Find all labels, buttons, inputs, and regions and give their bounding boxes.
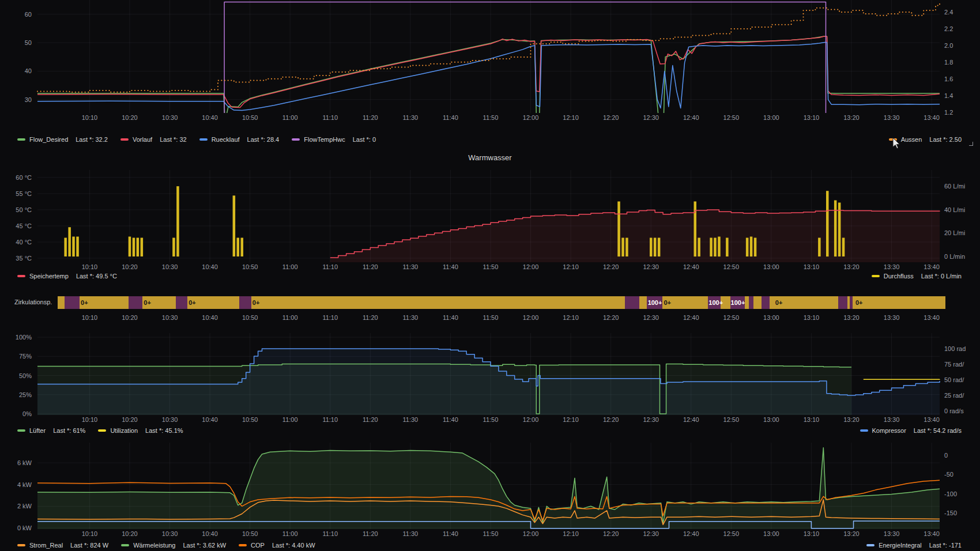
x-tick-label-zirkulation: 11:40 [436,314,464,321]
x-tick-label-heizkreis: 12:50 [717,114,745,121]
x-tick-label-heizkreis: 12:40 [677,114,705,121]
state-segment-alt[interactable] [176,296,187,309]
legend-last-value: Last *: 28.4 [247,136,280,143]
legend-swatch [199,138,208,141]
y-axis-label-left-warmwasser: 55 °C [0,190,32,198]
legend-warmwasser-right: DurchflussLast *: 0 L/min [872,273,962,280]
y-axis-label-left-warmwasser: 45 °C [0,222,32,230]
y-axis-label-right-warmwasser: 0 L/min [944,252,965,261]
state-segment-alt[interactable] [625,296,639,309]
y-axis-label-left-percent: 25% [0,391,32,399]
legend-item-w-rmeleistung[interactable]: WärmeleistungLast *: 3.62 kW [121,542,226,549]
x-tick-label-power: 12:50 [717,530,745,537]
x-tick-label-power: 11:40 [436,530,464,537]
chart-percent[interactable] [0,333,980,415]
x-tick-label-zirkulation: 12:30 [637,314,665,321]
legend-series-name: Lüfter [29,427,46,434]
legend-item-speichertemp[interactable]: SpeichertempLast *: 49.5 °C [17,273,117,280]
x-tick-label-percent: 13:00 [757,416,785,423]
x-tick-label-heizkreis: 11:10 [316,114,344,121]
legend-last-value: Last *: 32 [160,136,186,143]
legend-series-name: Flow_Desired [29,136,68,143]
legend-series-name: FlowTempHwc [304,136,345,143]
state-segment-alt[interactable] [762,296,770,309]
x-tick-label-warmwasser: 11:50 [477,263,504,270]
panel-resize-handle-icon[interactable] [969,142,973,146]
y-axis-label-left-warmwasser: 40 °C [0,238,32,246]
state-segment-alt[interactable] [65,296,80,309]
x-tick-label-warmwasser: 12:30 [637,263,665,270]
legend-swatch [17,429,25,432]
x-tick-label-warmwasser: 11:30 [397,263,424,270]
y-axis-label-left-power: 4 kW [0,481,32,489]
legend-item-energieintegral[interactable]: EnergieIntegralLast *: -171 [866,542,962,549]
legend-series-name: Vorlauf [133,136,152,143]
x-tick-label-zirkulation: 10:30 [156,314,184,321]
legend-series-name: Aussen [901,136,922,143]
legend-last-value: Last *: -171 [929,542,962,549]
chart-warmwasser[interactable] [0,170,980,262]
x-tick-label-power: 10:10 [76,530,103,537]
x-tick-label-zirkulation: 12:10 [557,314,585,321]
y-axis-label-left-percent: 75% [0,352,32,360]
y-axis-label-left-warmwasser: 50 °C [0,206,32,214]
legend-item-vorlauf[interactable]: VorlaufLast *: 32 [120,136,187,143]
x-tick-label-warmwasser: 13:10 [797,263,825,270]
legend-swatch [98,429,106,432]
legend-item-cop[interactable]: COPLast *: 4.40 kW [239,542,315,549]
legend-item-l-fter[interactable]: LüfterLast *: 61% [17,427,85,434]
x-tick-label-power: 11:10 [316,530,344,537]
x-tick-label-power: 12:10 [557,530,585,537]
chart-heizkreis[interactable] [0,0,980,113]
y-axis-label-right-power: -100 [944,490,957,498]
x-tick-label-percent: 12:30 [637,416,665,423]
state-segment-alt[interactable] [129,296,142,309]
x-tick-label-power: 10:50 [236,530,264,537]
state-segment-alt[interactable] [239,296,251,309]
x-tick-label-warmwasser: 10:40 [196,263,224,270]
x-tick-label-zirkulation: 13:20 [838,314,865,321]
legend-item-flow-desired[interactable]: Flow_DesiredLast *: 32.2 [17,136,108,143]
x-tick-label-percent: 10:50 [236,416,264,423]
x-tick-label-warmwasser: 10:20 [116,263,144,270]
x-tick-label-power: 13:00 [757,530,785,537]
x-tick-label-power: 13:40 [918,530,945,537]
chart-power[interactable] [0,443,980,529]
state-value-label: 0+ [144,296,151,309]
legend-item-flowtemphwc[interactable]: FlowTempHwcLast *: 0 [292,136,376,143]
x-tick-label-power: 10:20 [116,530,144,537]
x-tick-label-heizkreis: 10:50 [236,114,264,121]
x-tick-label-percent: 13:40 [918,416,945,423]
legend-item-utilization[interactable]: UtilizationLast *: 45.1% [98,427,183,434]
legend-item-kompressor[interactable]: KompressorLast *: 54.2 rad/s [860,427,962,434]
x-tick-label-percent: 12:40 [677,416,705,423]
x-tick-label-heizkreis: 12:10 [557,114,585,121]
x-tick-label-percent: 11:30 [397,416,424,423]
legend-item-durchfluss[interactable]: DurchflussLast *: 0 L/min [872,273,962,280]
x-tick-label-heizkreis: 11:40 [436,114,464,121]
state-value-label: 100+ [648,296,662,309]
x-tick-label-power: 13:10 [797,530,825,537]
x-tick-label-heizkreis: 10:40 [196,114,224,121]
legend-last-value: Last *: 32.2 [76,136,108,143]
x-tick-label-zirkulation: 10:50 [236,314,264,321]
legend-swatch [860,429,868,432]
x-tick-label-power: 12:00 [517,530,545,537]
legend-last-value: Last *: 45.1% [145,427,183,434]
state-segment-alt[interactable] [838,296,847,309]
state-segment-alt[interactable] [749,296,753,309]
state-segment-alt[interactable] [850,296,853,309]
x-tick-label-warmwasser: 12:50 [717,263,745,270]
legend-item-strom-real[interactable]: Strom_RealLast *: 824 W [17,542,108,549]
x-tick-label-power: 11:50 [477,530,504,537]
legend-last-value: Last *: 54.2 rad/s [914,427,962,434]
y-axis-label-left-heizkreis: 50 [0,39,32,47]
x-tick-label-warmwasser: 12:00 [517,263,545,270]
legend-swatch [872,275,880,277]
legend-series-name: Utilization [110,427,138,434]
x-tick-label-warmwasser: 11:00 [276,263,304,270]
x-tick-label-percent: 13:30 [878,416,906,423]
x-tick-label-power: 13:20 [838,530,865,537]
legend-item-ruecklauf[interactable]: RuecklaufLast *: 28.4 [199,136,280,143]
x-tick-label-percent: 12:00 [517,416,545,423]
